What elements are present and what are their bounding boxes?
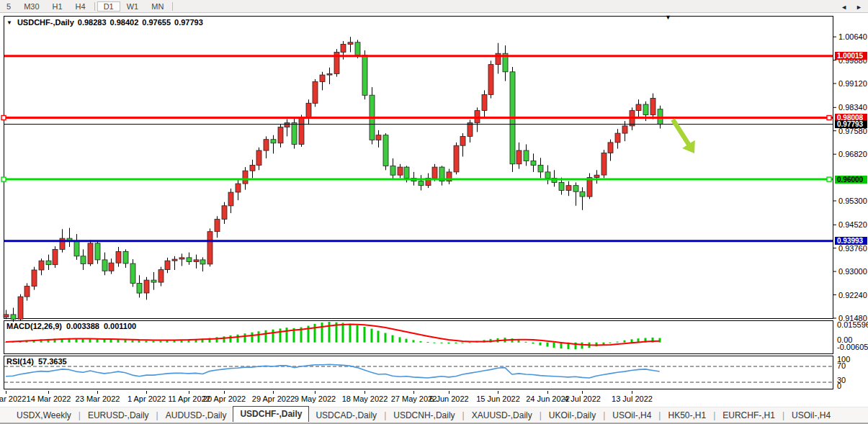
candle-bullish bbox=[236, 184, 241, 192]
price-axis-label: 0.95300 bbox=[838, 197, 867, 205]
macd-histogram-bar bbox=[146, 340, 148, 342]
candle-bullish bbox=[109, 263, 114, 271]
candle-bearish bbox=[531, 161, 536, 166]
symbol-collapse-icon[interactable]: ▼ bbox=[6, 19, 12, 26]
price-axis-label: 1.00640 bbox=[838, 32, 867, 41]
candle-bearish bbox=[538, 166, 543, 172]
candle-bearish bbox=[123, 251, 128, 263]
chart-canvas[interactable] bbox=[0, 0, 868, 424]
macd-histogram-bar bbox=[117, 340, 120, 343]
macd-histogram-bar bbox=[251, 333, 254, 343]
candle-bearish bbox=[151, 280, 156, 282]
macd-histogram-bar bbox=[540, 343, 542, 346]
candle-bullish bbox=[398, 167, 403, 175]
candle-bearish bbox=[187, 258, 192, 262]
macd-histogram-bar bbox=[385, 333, 387, 343]
macd-histogram-bar bbox=[399, 337, 401, 342]
candle-bullish bbox=[622, 126, 627, 133]
candle-bullish bbox=[256, 150, 261, 166]
macd-histogram-bar bbox=[392, 335, 394, 343]
macd-histogram-bar bbox=[420, 341, 422, 343]
candle-bearish bbox=[102, 260, 107, 271]
candle-bullish bbox=[18, 297, 23, 319]
macd-axis-max: 0.015596 bbox=[837, 320, 868, 329]
candle-bearish bbox=[545, 172, 550, 179]
time-axis-label: 4 Mar 2022 bbox=[0, 394, 26, 403]
macd-histogram-bar bbox=[230, 335, 232, 343]
macd-histogram-bar bbox=[624, 340, 626, 343]
rsi-indicator-label: RSI(14) 57.3635 bbox=[6, 357, 67, 366]
candle-bullish bbox=[144, 280, 149, 293]
hline-handle-resistance-0.98008[interactable] bbox=[827, 116, 831, 120]
candle-bullish bbox=[376, 135, 381, 140]
price-axis-label: 0.93000 bbox=[838, 267, 867, 276]
candle-bearish bbox=[46, 261, 51, 265]
candle-bearish bbox=[580, 191, 585, 197]
macd-histogram-bar bbox=[342, 323, 344, 343]
macd-signal-value: 0.001100 bbox=[104, 322, 136, 330]
chart-shift-triangle-icon[interactable]: ▼ bbox=[665, 14, 671, 21]
macd-histogram-bar bbox=[223, 336, 225, 343]
candle-bearish bbox=[355, 42, 360, 55]
candle-bullish bbox=[278, 127, 283, 143]
time-axis-label: 20 Apr 2022 bbox=[203, 394, 246, 403]
candle-bullish bbox=[299, 118, 304, 145]
candle-bearish bbox=[362, 55, 367, 96]
time-axis-label: 1 Apr 2022 bbox=[127, 394, 166, 403]
time-axis-label: 13 Jul 2022 bbox=[612, 394, 653, 403]
candle-bullish bbox=[454, 145, 459, 172]
macd-histogram-bar bbox=[434, 343, 436, 343]
macd-histogram-bar bbox=[427, 342, 429, 343]
macd-histogram-bar bbox=[377, 331, 380, 343]
chart-ohlc-header: ▼ USDCHF-,Daily 0.98283 0.98402 0.97655 … bbox=[6, 18, 203, 27]
candle-bearish bbox=[137, 283, 142, 293]
macd-histogram-bar bbox=[132, 340, 134, 342]
macd-histogram-bar bbox=[364, 327, 366, 343]
candle-bearish bbox=[559, 182, 564, 190]
hline-handle-resistance-0.98008[interactable] bbox=[1, 116, 6, 120]
price-axis-label: 0.93760 bbox=[838, 244, 867, 253]
candle-bearish bbox=[383, 135, 388, 166]
candle-bearish bbox=[419, 181, 424, 186]
candle-bullish bbox=[194, 260, 199, 262]
time-axis-label: 4 Jul 2022 bbox=[564, 394, 601, 403]
price-axis-label: 0.94520 bbox=[838, 220, 867, 229]
candle-bullish bbox=[285, 123, 290, 127]
candle-bullish bbox=[467, 123, 473, 137]
macd-histogram-bar bbox=[258, 331, 260, 343]
price-badge-0.97793: 0.97793 bbox=[835, 120, 867, 128]
hline-handle-support-0.96000[interactable] bbox=[1, 177, 6, 181]
candle-bearish bbox=[130, 263, 135, 283]
macd-histogram-bar bbox=[525, 342, 527, 343]
time-axis-label: 29 Apr 2022 bbox=[252, 394, 295, 403]
price-axis-label: 0.96820 bbox=[838, 150, 867, 158]
candle-bearish bbox=[74, 241, 79, 256]
candle-bullish bbox=[172, 259, 177, 261]
candle-bearish bbox=[573, 186, 578, 192]
macd-histogram-bar bbox=[321, 322, 323, 343]
macd-histogram-bar bbox=[125, 340, 127, 343]
candle-bullish bbox=[460, 136, 465, 145]
candle-bearish bbox=[292, 123, 297, 145]
time-axis-label: 14 Mar 2022 bbox=[27, 394, 71, 403]
time-axis-label: 6 Jun 2022 bbox=[429, 394, 468, 403]
candle-bullish bbox=[488, 65, 493, 95]
candle-bullish bbox=[243, 171, 248, 184]
candle-bullish bbox=[250, 166, 255, 171]
candle-bullish bbox=[482, 94, 487, 110]
macd-histogram-bar bbox=[532, 343, 534, 344]
ohlc-close: 0.97793 bbox=[174, 18, 203, 27]
macd-histogram-bar bbox=[265, 330, 267, 343]
candle-bullish bbox=[650, 99, 656, 115]
candle-bullish bbox=[306, 103, 311, 118]
hline-handle-support-0.96000[interactable] bbox=[827, 177, 831, 181]
candle-bearish bbox=[390, 166, 395, 175]
macd-histogram-bar bbox=[279, 328, 282, 342]
macd-histogram-bar bbox=[455, 343, 457, 344]
candle-bullish bbox=[615, 133, 620, 143]
sell-arrow-annotation[interactable] bbox=[671, 118, 695, 153]
macd-histogram-bar bbox=[160, 340, 162, 342]
macd-histogram-bar bbox=[286, 328, 288, 343]
macd-histogram-bar bbox=[441, 343, 443, 343]
candle-bullish bbox=[116, 251, 121, 263]
